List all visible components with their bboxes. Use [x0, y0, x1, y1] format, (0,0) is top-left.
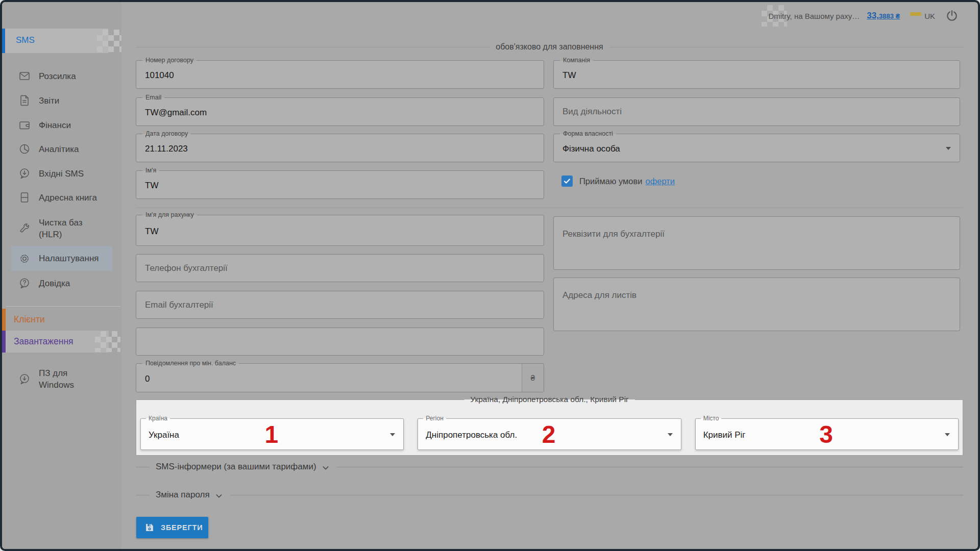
check-icon	[563, 177, 571, 185]
change-password-toggle[interactable]: Зміна пароля	[156, 490, 210, 500]
header-user-area: Dmitry, на Вашому раху… 33,3883 ₴ UK	[768, 2, 959, 30]
save-floppy-icon	[145, 523, 154, 532]
country-label: Країна	[146, 415, 170, 422]
min-balance-field[interactable]: Повідомлення про мін. баланс 0 ₴	[136, 363, 544, 392]
location-legend: Україна, Дніпропетровська обл., Кривий Р…	[464, 395, 635, 404]
account-name-value: TW	[145, 226, 158, 236]
city-value: Кривий Ріг	[703, 430, 746, 440]
transparency-checker-decoration	[97, 30, 121, 52]
sidebar-item-downloads[interactable]: Завантаження	[2, 331, 121, 353]
company-field[interactable]: Компанія TW	[553, 60, 960, 89]
settings-page: Dmitry, на Вашому раху… 33,3883 ₴ UK SMS…	[0, 0, 980, 551]
country-select[interactable]: Країна Україна 1	[140, 418, 404, 450]
offer-checkbox[interactable]	[561, 176, 573, 187]
chevron-down-icon[interactable]	[215, 493, 223, 499]
contract-number-field[interactable]: Номер договору 101040	[136, 60, 544, 89]
ownership-select[interactable]: Форма власності Фізична особа	[553, 134, 960, 162]
accounting-email-field[interactable]: Email бухгалтерії	[136, 291, 544, 319]
sidebar-item-finance[interactable]: Фінанси	[2, 113, 121, 137]
email-label: Email	[142, 94, 164, 102]
email-value: TW@gmail.com	[145, 108, 207, 118]
envelope-icon	[18, 70, 31, 82]
ukraine-flag-icon[interactable]	[910, 12, 921, 19]
account-summary-text[interactable]: Dmitry, на Вашому раху…	[768, 12, 860, 20]
company-value: TW	[562, 70, 576, 81]
sidebar-item-help[interactable]: Довідка	[2, 271, 121, 295]
required-legend: обов'язково для заповнення	[489, 42, 609, 52]
sms-informers-collapsible: SMS-інформери (за вашими тарифами)	[136, 461, 963, 472]
name-label: Ім'я	[142, 167, 159, 174]
download-icon	[18, 373, 31, 385]
chevron-down-icon	[945, 433, 950, 436]
gear-icon	[18, 253, 31, 265]
contract-number-label: Номер договору	[142, 57, 197, 64]
account-name-label: Ім'я для рахунку	[142, 211, 197, 219]
form-divider	[136, 208, 963, 208]
sidebar-item-windows-software[interactable]: ПЗ для Windows	[2, 363, 121, 395]
wrench-icon	[18, 222, 31, 235]
downloads-section-bar	[2, 331, 6, 353]
region-select[interactable]: Регіон Дніпропетровська обл. 2	[418, 418, 681, 450]
address-book-icon	[18, 191, 31, 204]
location-section: Україна, Дніпропетровська обл., Кривий Р…	[136, 399, 963, 456]
region-value: Дніпропетровська обл.	[426, 430, 517, 440]
save-button-label: ЗБЕРЕГТИ	[161, 523, 203, 532]
sidebar-sms-label: SMS	[16, 35, 35, 45]
country-value: Україна	[149, 430, 179, 440]
sidebar-item-address-book[interactable]: Адресна книга	[2, 186, 121, 209]
sidebar-item-sms[interactable]: SMS	[2, 29, 121, 53]
change-password-collapsible: Зміна пароля	[136, 489, 963, 500]
balance-whole: 33,	[867, 11, 879, 20]
language-switcher[interactable]: UK	[924, 12, 935, 20]
region-label: Регіон	[423, 415, 446, 422]
sidebar-divider	[6, 306, 120, 307]
ownership-label: Форма власності	[560, 130, 616, 138]
sidebar-item-reports[interactable]: Звіти	[2, 89, 121, 112]
sidebar-item-analytics[interactable]: Аналітика	[2, 137, 121, 161]
sidebar-item-mailing[interactable]: Розсилка	[2, 64, 121, 88]
annotation-badge-1: 1	[264, 420, 278, 448]
accounting-phone-field[interactable]: Телефон бухгалтерії	[136, 254, 544, 282]
chevron-down-icon	[390, 433, 395, 436]
activity-field[interactable]: Вид діяльності	[553, 97, 960, 126]
sidebar-item-clients[interactable]: Клієнти	[2, 309, 121, 331]
offer-terms-row: Приймаю умови оферти	[561, 176, 675, 187]
chevron-down-icon	[946, 147, 951, 150]
name-value: TW	[145, 181, 158, 191]
sms-informers-toggle[interactable]: SMS-інформери (за вашими тарифами)	[156, 462, 316, 472]
active-section-bar	[2, 29, 5, 53]
save-button[interactable]: ЗБЕРЕГТИ	[136, 517, 208, 538]
sidebar-item-hlr-cleaning[interactable]: Чистка баз (HLR)	[2, 212, 121, 245]
company-label: Компанія	[560, 57, 593, 64]
empty-field[interactable]	[136, 328, 544, 356]
offer-link[interactable]: оферти	[646, 177, 675, 186]
accounting-requisites-textarea[interactable]: Реквізити для бухгалтерії	[553, 216, 960, 270]
sidebar-item-incoming-sms[interactable]: Вхідні SMS	[2, 162, 121, 185]
contract-date-field[interactable]: Дата договору 21.11.2023	[136, 134, 544, 162]
logout-power-icon[interactable]	[945, 9, 959, 22]
sidebar: SMS Розсилка Звіти Фінанси Аналітика Вхі…	[2, 2, 121, 549]
accounting-phone-placeholder: Телефон бухгалтерії	[145, 263, 228, 273]
ownership-value: Фізична особа	[562, 144, 620, 154]
annotation-badge-2: 2	[542, 420, 556, 448]
balance-link[interactable]: 33,3883 ₴	[867, 11, 900, 21]
city-select[interactable]: Місто Кривий Ріг 3	[695, 418, 959, 450]
letters-address-textarea[interactable]: Адреса для листів	[553, 278, 960, 331]
account-name-field[interactable]: Ім'я для рахунку TW	[136, 215, 544, 246]
accounting-email-placeholder: Email бухгалтерії	[145, 300, 213, 310]
balance-fraction: 3883 ₴	[879, 12, 900, 20]
chevron-down-icon[interactable]	[322, 465, 330, 471]
sidebar-item-settings[interactable]: Налаштування	[11, 246, 112, 271]
clients-section-bar	[2, 309, 6, 331]
chevron-down-icon	[668, 433, 673, 436]
wallet-icon	[18, 119, 31, 131]
required-section-header: обов'язково для заповнення	[136, 42, 963, 52]
currency-suffix: ₴	[522, 364, 544, 392]
help-icon	[18, 277, 31, 289]
email-field[interactable]: Email TW@gmail.com	[136, 97, 544, 126]
letters-address-placeholder: Адреса для листів	[562, 290, 636, 300]
pie-chart-icon	[18, 143, 31, 155]
city-label: Місто	[701, 415, 722, 422]
name-field[interactable]: Ім'я TW	[136, 170, 544, 199]
offer-terms-label: Приймаю умови	[579, 177, 643, 186]
